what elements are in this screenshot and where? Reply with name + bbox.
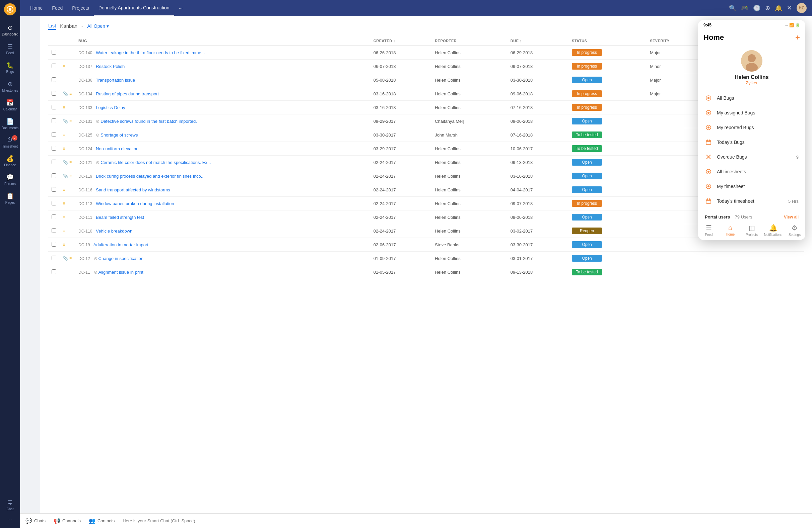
svg-point-18	[708, 171, 710, 173]
plus-icon[interactable]: ⊕	[765, 4, 770, 12]
smart-chat-input[interactable]	[122, 518, 807, 523]
topnav-more[interactable]: ···	[174, 0, 188, 16]
bug-title[interactable]: Change in specification	[99, 256, 143, 261]
bug-reporter: Helen Collins	[432, 210, 507, 224]
filter-dropdown[interactable]: All Open ▾	[87, 24, 109, 29]
mobile-nav-settings[interactable]: ⚙ Settings	[784, 224, 805, 237]
bell-icon[interactable]: 🔔	[775, 4, 782, 12]
view-all-link[interactable]: View all	[784, 215, 799, 220]
chat-button[interactable]: 💬 Chats	[26, 518, 46, 524]
sidebar-item-finance[interactable]: 💰 Finance	[0, 152, 20, 170]
bug-title[interactable]: Vehicle breakdown	[96, 228, 132, 233]
chevron-down-icon: ▾	[106, 24, 109, 29]
table-row: DC-136 Transportation issue 05-08-2018 H…	[48, 73, 804, 87]
mobile-menu-my-timesheet[interactable]: My timesheet	[698, 179, 805, 194]
bug-title[interactable]: Adulteration in mortar import	[93, 242, 148, 247]
topnav-projects[interactable]: Projects	[67, 0, 94, 16]
bug-title[interactable]: Restock Polish	[96, 64, 125, 69]
row-checkbox[interactable]	[52, 91, 56, 96]
bug-title[interactable]: Beam failed strength test	[96, 215, 144, 220]
bug-title[interactable]: Transportation issue	[96, 78, 135, 82]
mobile-nav-home[interactable]: ⌂ Home	[720, 224, 741, 237]
row-checkbox[interactable]	[52, 201, 56, 206]
sidebar-item-chat[interactable]: 🗨 Chat	[6, 496, 13, 514]
bug-title[interactable]: Non-uniform elevation	[96, 146, 139, 151]
bug-title[interactable]: Brick curing process delayed and exterio…	[96, 174, 204, 179]
close-icon[interactable]: ✕	[787, 4, 792, 12]
row-checkbox[interactable]	[52, 64, 56, 68]
mobile-menu-my-assigned-bugs[interactable]: My assigned Bugs	[698, 105, 805, 120]
bug-title[interactable]: Sand transport affected by windstorms	[96, 187, 170, 192]
mobile-menu-overdue-bugs[interactable]: Overdue Bugs 9	[698, 150, 805, 164]
clock-icon: ⊙	[94, 270, 98, 275]
bug-title[interactable]: Ceramic tile color does not match the sp…	[101, 160, 211, 165]
tab-kanban[interactable]: Kanban	[60, 23, 77, 29]
topnav-home[interactable]: Home	[26, 0, 47, 16]
bug-title[interactable]: Defective screws found in the first batc…	[101, 119, 197, 124]
row-checkbox[interactable]	[52, 132, 56, 137]
topnav-feed[interactable]: Feed	[47, 0, 67, 16]
mobile-menu-all-bugs[interactable]: All Bugs	[698, 91, 805, 105]
clock-icon[interactable]: 🕐	[753, 4, 760, 12]
sidebar-item-milestones[interactable]: ⊕ Milestones	[0, 77, 20, 96]
mobile-nav-projects[interactable]: ◫ Projects	[741, 224, 763, 237]
mobile-menu-todays-bugs[interactable]: Today's Bugs	[698, 135, 805, 150]
user-avatar[interactable]: HC	[797, 3, 807, 13]
table-row: ≡ DC-137 Restock Polish 06-07-2018 Helen…	[48, 60, 804, 73]
mobile-add-button[interactable]: +	[795, 33, 800, 42]
mobile-menu-todays-timesheet[interactable]: Today's timesheet 5 Hrs	[698, 194, 805, 209]
bug-title[interactable]: Window panes broken during installation	[96, 201, 174, 206]
row-checkbox[interactable]	[52, 269, 56, 274]
sidebar-item-forums[interactable]: 💬 Forums	[0, 170, 20, 189]
app-logo[interactable]	[4, 3, 16, 15]
topnav-project-title[interactable]: Donnelly Apartments Construction	[94, 0, 174, 16]
col-created[interactable]: CREATED ↓	[370, 36, 432, 46]
row-checkbox[interactable]	[52, 242, 56, 246]
row-checkbox[interactable]	[52, 118, 56, 123]
sidebar-item-more[interactable]: ···	[6, 514, 13, 525]
status-badge: To be tested	[572, 132, 602, 138]
bug-status: Open	[568, 169, 647, 183]
bug-title[interactable]: Alignment issue in print	[99, 270, 143, 275]
bug-created: 06-07-2018	[370, 60, 432, 73]
sidebar-item-calendar[interactable]: 📅 Calendar	[0, 96, 20, 115]
row-checkbox[interactable]	[52, 173, 56, 178]
sidebar-item-documents[interactable]: 📄 Documents	[0, 115, 20, 133]
bug-title[interactable]: Water leakage in the third floor needs t…	[96, 50, 205, 55]
sidebar-item-bugs[interactable]: 🐛 Bugs	[0, 58, 20, 77]
bug-title[interactable]: Rusting of pipes during transport	[96, 91, 159, 96]
row-checkbox[interactable]	[52, 146, 56, 151]
tab-list[interactable]: List	[48, 23, 56, 30]
my-reported-bugs-label: My reported Bugs	[717, 125, 754, 130]
col-due[interactable]: DUE ↑	[507, 36, 568, 46]
channels-button[interactable]: 📢 Channels	[54, 518, 81, 524]
contacts-button[interactable]: 👥 Contacts	[89, 518, 115, 524]
mobile-menu-my-reported-bugs[interactable]: My reported Bugs	[698, 120, 805, 135]
sidebar-item-timesheet[interactable]: 7 ⏱ Timesheet	[0, 133, 20, 152]
row-checkbox[interactable]	[52, 77, 56, 82]
game-icon[interactable]: 🎮	[741, 4, 748, 12]
bug-title[interactable]: Shortage of screws	[101, 133, 138, 137]
row-checkbox[interactable]	[52, 228, 56, 233]
row-checkbox[interactable]	[52, 160, 56, 164]
mobile-nav-feed[interactable]: ☰ Feed	[698, 224, 720, 237]
sidebar-item-pages[interactable]: 📋 Pages	[0, 189, 20, 208]
row-checkbox[interactable]	[52, 50, 56, 55]
all-timesheets-icon	[705, 168, 712, 175]
bug-id: DC-110	[78, 229, 92, 233]
sidebar: ⊙ Dashboard ☰ Feed 🐛 Bugs ⊕ Milestones 📅…	[0, 0, 20, 528]
row-checkbox[interactable]	[52, 187, 56, 192]
bug-title[interactable]: Logistics Delay	[96, 105, 125, 110]
row-checkbox[interactable]	[52, 214, 56, 219]
status-badge: Open	[572, 241, 602, 248]
mobile-menu-all-timesheets[interactable]: All timesheets	[698, 164, 805, 179]
mobile-status-icons: ··· 📶 🔋	[785, 23, 800, 27]
mobile-nav-notifications[interactable]: 🔔 Notifications	[763, 224, 784, 237]
table-row: ≡ DC-113 Window panes broken during inst…	[48, 197, 804, 210]
row-checkbox[interactable]	[52, 105, 56, 109]
search-icon[interactable]: 🔍	[729, 4, 736, 12]
row-checkbox[interactable]	[52, 256, 56, 260]
sidebar-item-feed[interactable]: ☰ Feed	[0, 40, 20, 58]
sidebar-item-label: Dashboard	[2, 32, 18, 36]
sidebar-item-dashboard[interactable]: ⊙ Dashboard	[0, 21, 20, 40]
